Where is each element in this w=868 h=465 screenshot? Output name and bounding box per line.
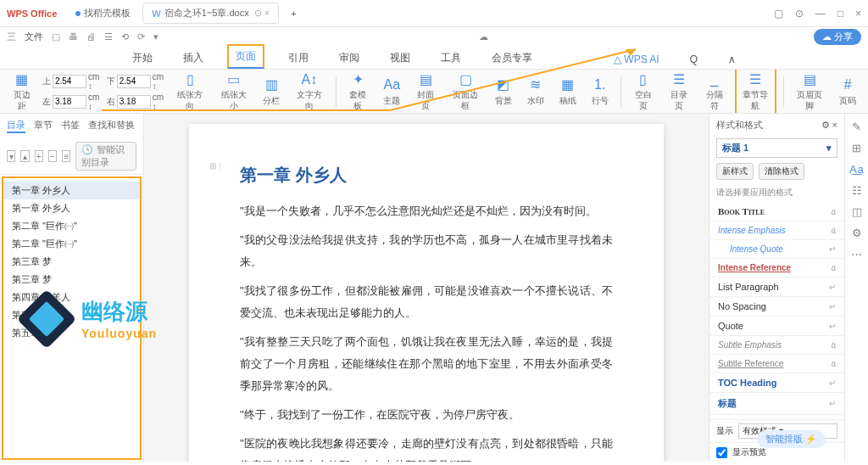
nav-tab-find[interactable]: 查找和替换 bbox=[88, 119, 135, 133]
more-icon[interactable]: ▾ bbox=[153, 31, 159, 42]
maximize-icon[interactable]: □ bbox=[837, 8, 843, 20]
ribbon-template[interactable]: ✦套模板 bbox=[342, 70, 373, 113]
side-style-icon[interactable]: A͟a bbox=[849, 163, 863, 176]
search-icon[interactable]: Q bbox=[683, 50, 704, 69]
style-item[interactable]: No Spacing↵ bbox=[709, 297, 844, 317]
nav-plus-icon[interactable]: + bbox=[35, 150, 43, 162]
chapter-heading: 第一章 外乡人 bbox=[240, 158, 613, 192]
ribbon-size[interactable]: ▭纸张大小 bbox=[214, 70, 253, 113]
ribbon-blankpage[interactable]: ▯空白页 bbox=[628, 70, 659, 113]
ribbon-watermark[interactable]: ≋水印 bbox=[522, 75, 549, 108]
tab-wps-ai[interactable]: △ WPS AI bbox=[607, 50, 666, 69]
side-layout-icon[interactable]: ☷ bbox=[852, 184, 862, 197]
undo-icon[interactable]: ⟲ bbox=[121, 31, 129, 42]
share-button[interactable]: ☁ 分享 bbox=[814, 29, 861, 45]
ribbon-paper[interactable]: ▦稿纸 bbox=[554, 75, 581, 108]
ribbon-label: 页边距 bbox=[10, 89, 34, 111]
style-item[interactable]: 标题↵ bbox=[709, 393, 844, 415]
style-item[interactable]: List Paragraph↵ bbox=[709, 277, 844, 297]
ribbon-background[interactable]: ◩背景 bbox=[490, 75, 517, 108]
style-item[interactable]: Intense Emphasisa bbox=[709, 221, 844, 240]
current-style[interactable]: 标题 1▾ bbox=[716, 138, 837, 158]
style-settings-icon[interactable]: ⚙ × bbox=[821, 120, 837, 131]
new-style-button[interactable]: 新样式 bbox=[716, 163, 754, 180]
outline-item[interactable]: 第三章 梦 bbox=[3, 253, 140, 271]
ribbon-border[interactable]: ▢页面边框 bbox=[446, 70, 484, 113]
tab-page[interactable]: 页面 bbox=[227, 44, 264, 69]
tab-insert[interactable]: 插入 bbox=[176, 48, 210, 69]
outline-item[interactable]: 第一章 外乡人 bbox=[3, 182, 140, 199]
share-label: 分享 bbox=[834, 31, 853, 42]
tab-reference[interactable]: 引用 bbox=[281, 48, 315, 69]
margin-bottom-input[interactable] bbox=[117, 75, 151, 88]
cloud-icon[interactable]: ☁ bbox=[479, 31, 488, 42]
ribbon-linenum[interactable]: 1.行号 bbox=[587, 75, 614, 108]
ribbon-label: 空白页 bbox=[632, 89, 655, 111]
outline-item[interactable]: 第二章 "巨作㈠" bbox=[3, 235, 140, 253]
tab-tools[interactable]: 工具 bbox=[434, 48, 468, 69]
outline-item[interactable]: 第二章 "巨作㈠" bbox=[3, 217, 140, 235]
menu-icon[interactable]: 三 bbox=[7, 31, 16, 43]
nav-tab-bookmark[interactable]: 书签 bbox=[61, 119, 80, 133]
ribbon-chapter-nav[interactable]: ☰章节导航 bbox=[735, 70, 776, 114]
win-btn-1[interactable]: ▢ bbox=[774, 8, 783, 20]
side-panel-icon[interactable]: ◫ bbox=[852, 205, 862, 218]
style-item[interactable]: Intense Quote↵ bbox=[709, 240, 844, 259]
outline-item[interactable]: 第三章 梦 bbox=[3, 271, 140, 289]
win-btn-2[interactable]: ⊙ bbox=[795, 8, 804, 20]
side-grid-icon[interactable]: ⊞ bbox=[852, 142, 861, 154]
tab-member[interactable]: 会员专享 bbox=[485, 48, 539, 69]
ribbon-label: 章节导航 bbox=[740, 89, 771, 111]
tab-template[interactable]: 找稻壳模板 bbox=[67, 3, 139, 23]
show-preview-checkbox[interactable] bbox=[716, 447, 727, 458]
nav-tab-toc[interactable]: 目录 bbox=[7, 119, 25, 133]
ribbon-headerfooter[interactable]: ▤页眉页脚 bbox=[791, 70, 829, 113]
style-item[interactable]: Subtle Referencea bbox=[709, 355, 844, 373]
style-item[interactable]: Intense Referencea bbox=[709, 259, 844, 277]
tab-document[interactable]: W宿命之环1~5章.docx⊙ × bbox=[142, 3, 279, 24]
tab-add[interactable]: + bbox=[282, 5, 304, 22]
nav-down-icon[interactable]: ▾ bbox=[7, 150, 15, 162]
ribbon-columns[interactable]: ▥分栏 bbox=[258, 75, 285, 108]
print-icon[interactable]: 🖨 bbox=[86, 31, 96, 42]
minimize-icon[interactable]: — bbox=[815, 8, 826, 20]
close-icon[interactable]: × bbox=[855, 8, 861, 20]
open-icon[interactable]: 🖶 bbox=[69, 31, 78, 42]
nav-minus-icon[interactable]: − bbox=[48, 150, 57, 162]
tab-view[interactable]: 视图 bbox=[383, 48, 417, 69]
smart-toc-button[interactable]: 🕓 智能识别目录 bbox=[75, 142, 136, 171]
new-icon[interactable]: ▢ bbox=[52, 31, 60, 42]
ribbon-margins[interactable]: ▦页边距 bbox=[7, 70, 37, 113]
side-more-icon[interactable]: ⋯ bbox=[851, 248, 862, 261]
nav-list-icon[interactable]: ≡ bbox=[62, 150, 70, 162]
side-edit-icon[interactable]: ✎ bbox=[852, 120, 861, 133]
ribbon-cover[interactable]: ▤封面页 bbox=[410, 70, 441, 113]
style-item[interactable]: Subtle Emphasisa bbox=[709, 336, 844, 355]
document-area[interactable]: ⊞ ⁝ 第一章 外乡人 "我是一个失败者，几乎不怎么注意阳光灿烂还是不灿烂，因为… bbox=[144, 114, 709, 462]
ribbon-break[interactable]: ⎯分隔符 bbox=[699, 70, 730, 113]
watermark-text-cn: 幽络源 bbox=[81, 297, 157, 327]
margin-top-input[interactable] bbox=[53, 75, 86, 88]
nav-tab-chapter[interactable]: 章节 bbox=[34, 119, 53, 133]
style-item[interactable]: TOC Heading↵ bbox=[709, 373, 844, 393]
clear-format-button[interactable]: 清除格式 bbox=[759, 163, 804, 180]
smart-layout-button[interactable]: 智能排版 ⚡ bbox=[757, 430, 826, 448]
side-gear-icon[interactable]: ⚙ bbox=[852, 227, 862, 239]
ribbon-textdir[interactable]: A↕文字方向 bbox=[290, 70, 328, 113]
preview-icon[interactable]: ☰ bbox=[104, 31, 113, 42]
ribbon-orientation[interactable]: ▯纸张方向 bbox=[171, 70, 209, 113]
tab-review[interactable]: 审阅 bbox=[332, 48, 366, 69]
redo-icon[interactable]: ⟳ bbox=[137, 31, 145, 42]
outline-item[interactable]: 第一章 外乡人 bbox=[3, 199, 140, 217]
style-item[interactable]: Book Titlea bbox=[709, 202, 844, 221]
collapse-icon[interactable]: ∧ bbox=[721, 50, 743, 69]
ribbon-pagenum[interactable]: #页码 bbox=[834, 75, 861, 108]
margin-left-input[interactable] bbox=[53, 95, 86, 109]
ribbon-theme[interactable]: Aa主题 bbox=[378, 75, 405, 108]
style-item[interactable]: Quote↵ bbox=[709, 317, 844, 336]
ribbon-toc[interactable]: ☰目录页 bbox=[664, 70, 694, 113]
margin-right-input[interactable] bbox=[117, 95, 151, 109]
file-menu[interactable]: 文件 bbox=[25, 31, 43, 43]
nav-up-icon[interactable]: ▴ bbox=[20, 150, 29, 162]
tab-start[interactable]: 开始 bbox=[125, 48, 159, 69]
